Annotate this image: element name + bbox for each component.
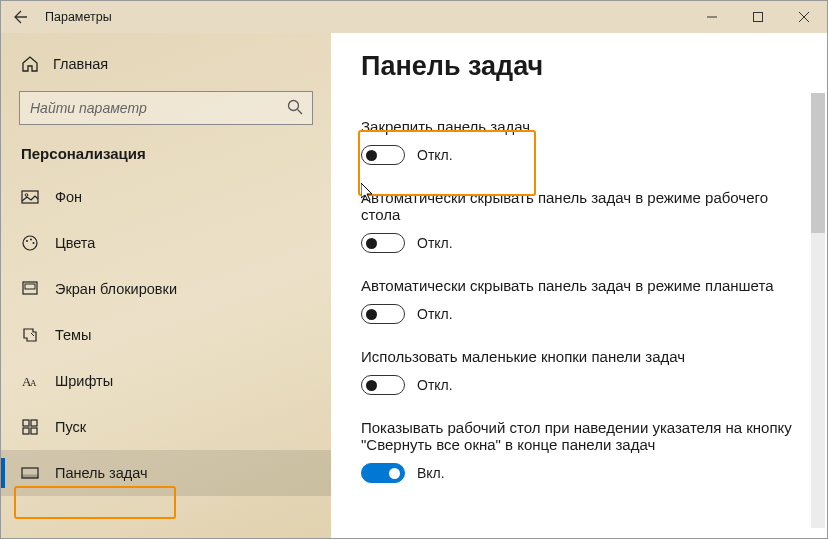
fonts-icon: AA — [21, 372, 39, 390]
sidebar-item-colors[interactable]: Цвета — [1, 220, 331, 266]
sidebar-item-themes[interactable]: Темы — [1, 312, 331, 358]
sidebar-nav: Фон Цвета Экран блокировки Темы AA Шрифт… — [1, 174, 331, 496]
arrow-left-icon — [13, 9, 29, 25]
titlebar: Параметры — [1, 1, 827, 33]
sidebar-item-fonts[interactable]: AA Шрифты — [1, 358, 331, 404]
svg-rect-9 — [25, 284, 35, 289]
sidebar-item-label: Пуск — [55, 419, 86, 435]
setting-label: Показывать рабочий стол при наведении ук… — [361, 419, 797, 453]
toggle-knob — [389, 468, 400, 479]
sidebar-item-label: Экран блокировки — [55, 281, 177, 297]
toggle-small-buttons[interactable] — [361, 375, 405, 395]
sidebar-item-background[interactable]: Фон — [1, 174, 331, 220]
sidebar-section-title: Персонализация — [1, 143, 331, 174]
svg-point-5 — [26, 240, 28, 242]
toggle-knob — [366, 150, 377, 161]
close-button[interactable] — [781, 1, 827, 33]
sidebar-item-taskbar[interactable]: Панель задач — [1, 450, 331, 496]
close-icon — [799, 12, 809, 22]
sidebar-item-label: Панель задач — [55, 465, 148, 481]
toggle-knob — [366, 309, 377, 320]
toggle-autohide-desktop[interactable] — [361, 233, 405, 253]
settings-window: Параметры Главная Персонализация — [0, 0, 828, 539]
svg-point-1 — [289, 101, 299, 111]
svg-rect-13 — [31, 420, 37, 426]
toggle-state: Откл. — [417, 235, 453, 251]
sidebar: Главная Персонализация Фон Цвета — [1, 33, 331, 538]
page-title: Панель задач — [361, 51, 797, 82]
sidebar-item-label: Темы — [55, 327, 92, 343]
toggle-peek-desktop[interactable] — [361, 463, 405, 483]
maximize-icon — [753, 12, 763, 22]
svg-point-3 — [25, 194, 28, 197]
svg-rect-0 — [754, 13, 763, 22]
start-icon — [21, 418, 39, 436]
minimize-button[interactable] — [689, 1, 735, 33]
toggle-state: Вкл. — [417, 465, 445, 481]
search-input[interactable] — [19, 91, 313, 125]
toggle-state: Откл. — [417, 306, 453, 322]
back-button[interactable] — [1, 1, 41, 33]
setting-autohide-desktop: Автоматически скрывать панель задач в ре… — [361, 189, 797, 253]
sidebar-item-label: Цвета — [55, 235, 95, 251]
toggle-autohide-tablet[interactable] — [361, 304, 405, 324]
content-area: Панель задач Закрепить панель задач Откл… — [331, 33, 827, 538]
toggle-row: Вкл. — [361, 463, 797, 483]
sidebar-item-label: Шрифты — [55, 373, 113, 389]
themes-icon — [21, 326, 39, 344]
setting-lock-taskbar: Закрепить панель задач Откл. — [361, 118, 797, 165]
toggle-state: Откл. — [417, 377, 453, 393]
picture-icon — [21, 188, 39, 206]
toggle-row: Откл. — [361, 304, 797, 324]
lockscreen-icon — [21, 280, 39, 298]
search-icon — [287, 99, 303, 115]
setting-label: Закрепить панель задач — [361, 118, 797, 135]
toggle-row: Откл. — [361, 145, 797, 165]
setting-label: Использовать маленькие кнопки панели зад… — [361, 348, 797, 365]
window-title: Параметры — [45, 10, 112, 24]
sidebar-item-lockscreen[interactable]: Экран блокировки — [1, 266, 331, 312]
svg-text:A: A — [30, 378, 37, 388]
svg-point-7 — [33, 242, 35, 244]
maximize-button[interactable] — [735, 1, 781, 33]
sidebar-item-start[interactable]: Пуск — [1, 404, 331, 450]
search-wrap — [19, 91, 313, 125]
toggle-knob — [366, 238, 377, 249]
setting-label: Автоматически скрывать панель задач в ре… — [361, 277, 797, 294]
sidebar-item-label: Фон — [55, 189, 82, 205]
svg-point-6 — [30, 239, 32, 241]
toggle-lock-taskbar[interactable] — [361, 145, 405, 165]
scrollbar-thumb[interactable] — [811, 93, 825, 233]
setting-autohide-tablet: Автоматически скрывать панель задач в ре… — [361, 277, 797, 324]
sidebar-home-label: Главная — [53, 56, 108, 72]
sidebar-home[interactable]: Главная — [1, 47, 331, 81]
palette-icon — [21, 234, 39, 252]
window-controls — [689, 1, 827, 33]
home-icon — [21, 55, 39, 73]
toggle-row: Откл. — [361, 233, 797, 253]
setting-label: Автоматически скрывать панель задач в ре… — [361, 189, 797, 223]
toggle-state: Откл. — [417, 147, 453, 163]
minimize-icon — [707, 12, 717, 22]
toggle-row: Откл. — [361, 375, 797, 395]
svg-rect-15 — [31, 428, 37, 434]
taskbar-icon — [21, 464, 39, 482]
setting-small-buttons: Использовать маленькие кнопки панели зад… — [361, 348, 797, 395]
svg-rect-14 — [23, 428, 29, 434]
toggle-knob — [366, 380, 377, 391]
svg-rect-17 — [22, 475, 38, 478]
svg-point-4 — [23, 236, 37, 250]
svg-rect-12 — [23, 420, 29, 426]
window-body: Главная Персонализация Фон Цвета — [1, 33, 827, 538]
setting-peek-desktop: Показывать рабочий стол при наведении ук… — [361, 419, 797, 483]
